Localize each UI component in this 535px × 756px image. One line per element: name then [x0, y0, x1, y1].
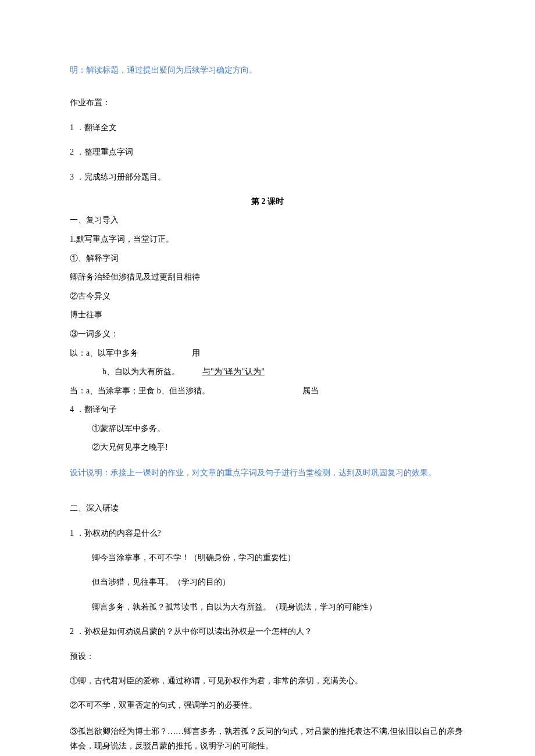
- dang-right: 属当: [302, 384, 319, 399]
- top-note: 明：解读标题，通过提出疑问为后续学习确定方向。: [70, 64, 465, 77]
- review-line-8: ①蒙辞以军中多务。: [70, 421, 465, 437]
- review-line-7: 4 ．翻译句子: [70, 402, 465, 418]
- review-line-5: 博士往事: [70, 307, 465, 323]
- yi-row-a: 以：a、以军中多务 用: [70, 346, 465, 361]
- review-line-6: ③一词多义：: [70, 327, 465, 342]
- section-2-heading: 二、深入研读: [70, 502, 465, 515]
- homework-item-2: 2 ．整理重点字词: [70, 146, 465, 159]
- deep-p3: ③孤岂欲卿治经为博士邪？……卿言多务，孰若孤？反问的句式，对吕蒙的推托表达不满,…: [70, 724, 465, 753]
- review-line-4: ②古今异义: [70, 289, 465, 304]
- yi-a-right: 用: [192, 346, 200, 361]
- deep-q2: 2 ．孙权是如何劝说吕蒙的？从中你可以读出孙权是一个怎样的人？: [70, 625, 465, 638]
- review-line-3: 卿辞务治经但涉猎见及过更刮目相待: [70, 270, 465, 285]
- yi-b-right: 与"为"译为"认为": [202, 364, 265, 380]
- deep-q1: 1 ．孙权劝的内容是什么?: [70, 527, 465, 540]
- homework-heading: 作业布置：: [70, 96, 465, 109]
- homework-item-3: 3 ．完成练习册部分题目。: [70, 171, 465, 184]
- deep-a1-3: 卿言多务，孰若孤？孤常读书，自以为大有所益。（现身说法，学习的可能性）: [70, 601, 465, 614]
- section-1-heading: 一、复习导入: [70, 213, 465, 228]
- deep-p1: ①卿，古代君对臣的爱称，通过称谓，可见孙权作为君，非常的亲切，充满关心。: [70, 675, 465, 687]
- yi-row-b: b、自以为大有所益。 与"为"译为"认为": [70, 364, 465, 380]
- deep-a1-1: 卿今当涂掌事，不可不学！（明确身份，学习的重要性）: [70, 551, 465, 564]
- homework-item-1: 1 ．翻译全文: [70, 121, 465, 134]
- dang-row: 当：a、当涂掌事；里食 b、但当涉猎。 属当: [70, 384, 465, 399]
- design-note: 设计说明：承接上一课时的作业，对文章的重点字词及句子进行当堂检测，达到及时巩固复…: [70, 464, 465, 482]
- review-line-1: 1.默写重点字词，当堂订正。: [70, 232, 465, 248]
- yi-b-left: b、自以为大有所益。: [102, 364, 202, 380]
- review-line-2: ①、解释字词: [70, 251, 465, 267]
- deep-a1-2: 但当涉猎，见往事耳。（学习的目的）: [70, 576, 465, 589]
- review-line-9: ②大兄何见事之晚乎!: [70, 440, 465, 456]
- dang-left: 当：a、当涂掌事；里食 b、但当涉猎。: [70, 384, 302, 399]
- lesson-title: 第 2 课时: [70, 195, 465, 208]
- deep-p2: ②不可不学，双重否定的句式，强调学习的必要性。: [70, 699, 465, 712]
- deep-preset: 预设：: [70, 650, 465, 663]
- yi-a-left: 以：a、以军中多务: [70, 346, 192, 361]
